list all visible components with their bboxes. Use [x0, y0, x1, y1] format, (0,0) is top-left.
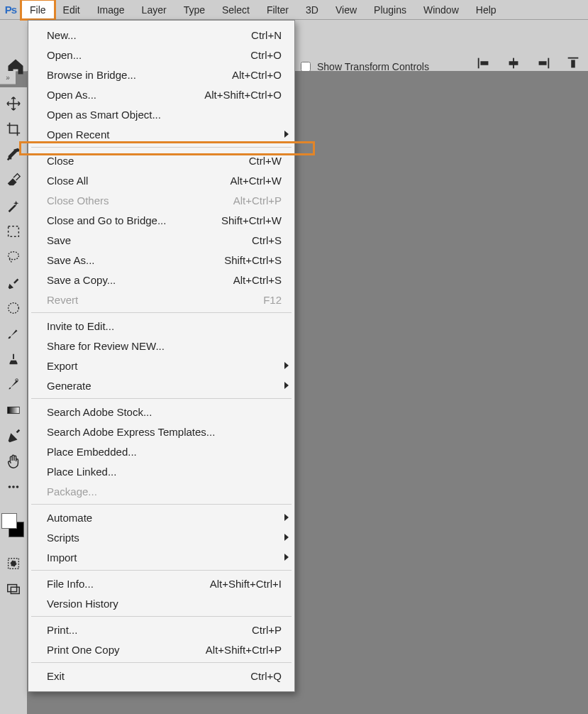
- menu-window[interactable]: Window: [415, 0, 467, 19]
- menu-item-shortcut: Alt+Shift+Ctrl+I: [210, 578, 282, 590]
- align-right-icon[interactable]: [536, 55, 551, 71]
- menu-separator: [31, 616, 292, 617]
- menu-separator: [31, 570, 292, 571]
- menu-layer[interactable]: Layer: [133, 0, 175, 19]
- healing-brush-tool[interactable]: [1, 270, 26, 295]
- eraser-tool[interactable]: [1, 168, 26, 192]
- menu-type[interactable]: Type: [175, 0, 213, 19]
- file-menu-close[interactable]: CloseCtrl+W: [28, 150, 294, 170]
- file-menu-file-info[interactable]: File Info...Alt+Shift+Ctrl+I: [28, 573, 294, 593]
- menu-item-label: Print One Copy: [47, 644, 120, 656]
- menu-file[interactable]: File: [21, 0, 55, 19]
- file-menu-revert: RevertF12: [28, 290, 294, 309]
- tools-toolbar: [0, 87, 28, 714]
- quick-mask-tool[interactable]: [1, 551, 26, 576]
- app-logo: Ps: [0, 0, 21, 19]
- menu-item-shortcut: Alt+Shift+Ctrl+O: [204, 89, 282, 101]
- file-menu-save-a-copy[interactable]: Save a Copy...Alt+Ctrl+S: [28, 270, 294, 290]
- menu-image[interactable]: Image: [89, 0, 133, 19]
- screen-mode-tool[interactable]: [1, 577, 26, 601]
- file-menu-automate[interactable]: Automate: [28, 507, 294, 527]
- menu-item-label: Search Adobe Stock...: [47, 406, 152, 418]
- paint-brush-tool[interactable]: [1, 322, 26, 346]
- gradient-tool[interactable]: [1, 398, 26, 422]
- file-menu-place-embedded[interactable]: Place Embedded...: [28, 441, 294, 461]
- menubar: Ps File Edit Image Layer Type Select Fil…: [0, 0, 588, 20]
- submenu-arrow-icon: [284, 362, 289, 369]
- menu-item-label: Scripts: [47, 532, 79, 544]
- file-menu-close-all[interactable]: Close AllAlt+Ctrl+W: [28, 170, 294, 190]
- file-menu-share-for-review-new[interactable]: Share for Review NEW...: [28, 336, 294, 356]
- file-menu-invite-to-edit[interactable]: Invite to Edit...: [28, 316, 294, 336]
- marquee-tool[interactable]: [1, 219, 26, 243]
- menu-item-label: Open As...: [47, 89, 96, 101]
- file-menu-scripts[interactable]: Scripts: [28, 527, 294, 547]
- svg-rect-7: [571, 60, 575, 67]
- file-menu-open-as-smart-object[interactable]: Open as Smart Object...: [28, 104, 294, 124]
- file-menu-search-adobe-stock[interactable]: Search Adobe Stock...: [28, 402, 294, 422]
- svg-rect-19: [11, 587, 19, 593]
- file-menu-import[interactable]: Import: [28, 547, 294, 567]
- align-left-icon[interactable]: [476, 55, 492, 71]
- align-hcenter-icon[interactable]: [506, 55, 521, 71]
- menu-item-label: Browse in Bridge...: [47, 69, 136, 81]
- clone-stamp-tool[interactable]: [1, 347, 26, 371]
- svg-point-9: [9, 252, 19, 260]
- menu-item-label: Share for Review NEW...: [47, 340, 165, 352]
- menu-item-label: File Info...: [47, 578, 94, 590]
- file-menu-save-as[interactable]: Save As...Shift+Ctrl+S: [28, 250, 294, 270]
- menu-item-shortcut: Alt+Ctrl+S: [233, 274, 282, 286]
- menu-filter[interactable]: Filter: [258, 0, 297, 19]
- foreground-color-swatch[interactable]: [1, 513, 17, 529]
- patch-tool[interactable]: [1, 296, 26, 320]
- hand-tool[interactable]: [1, 449, 26, 473]
- file-menu-version-history[interactable]: Version History: [28, 593, 294, 613]
- crop-tool[interactable]: [1, 117, 26, 141]
- file-menu-generate[interactable]: Generate: [28, 375, 294, 395]
- menu-select[interactable]: Select: [213, 0, 258, 19]
- menu-item-shortcut: Shift+Ctrl+S: [224, 254, 282, 266]
- more-tools[interactable]: [1, 475, 26, 499]
- menu-plugins[interactable]: Plugins: [365, 0, 415, 19]
- menu-edit[interactable]: Edit: [55, 0, 89, 19]
- show-transform-controls-input[interactable]: [301, 62, 311, 72]
- file-menu-exit[interactable]: ExitCtrl+Q: [28, 666, 294, 686]
- file-menu-open-as[interactable]: Open As...Alt+Shift+Ctrl+O: [28, 84, 294, 104]
- file-menu-search-adobe-express-templates[interactable]: Search Adobe Express Templates...: [28, 422, 294, 441]
- file-menu-package: Package...: [28, 481, 294, 501]
- file-menu-save[interactable]: SaveCtrl+S: [28, 230, 294, 250]
- lasso-tool[interactable]: [1, 245, 26, 269]
- file-menu-print-one-copy[interactable]: Print One CopyAlt+Shift+Ctrl+P: [28, 639, 294, 659]
- menu-item-label: Place Linked...: [47, 466, 116, 478]
- file-menu-open-recent[interactable]: Open Recent: [28, 124, 294, 144]
- file-menu-print[interactable]: Print...Ctrl+P: [28, 620, 294, 639]
- menu-3d[interactable]: 3D: [297, 0, 327, 19]
- menu-item-shortcut: Ctrl+S: [252, 234, 282, 246]
- file-menu-place-linked[interactable]: Place Linked...: [28, 461, 294, 481]
- file-menu-close-and-go-to-bridge[interactable]: Close and Go to Bridge...Shift+Ctrl+W: [28, 210, 294, 230]
- menu-item-label: Search Adobe Express Templates...: [47, 426, 215, 438]
- menu-item-label: Close All: [47, 175, 88, 187]
- file-menu-export[interactable]: Export: [28, 356, 294, 375]
- menu-item-label: New...: [47, 29, 77, 41]
- menu-item-label: Close: [47, 155, 74, 167]
- pen-tool[interactable]: [1, 424, 26, 448]
- menu-item-label: Close Others: [47, 194, 109, 207]
- history-brush-tool[interactable]: [1, 373, 26, 397]
- eyedropper-tool[interactable]: [1, 143, 26, 167]
- file-menu-browse-in-bridge[interactable]: Browse in Bridge...Alt+Ctrl+O: [28, 65, 294, 84]
- menu-item-label: Automate: [47, 512, 92, 524]
- menu-separator: [31, 147, 292, 148]
- move-tool[interactable]: [1, 92, 26, 116]
- submenu-arrow-icon: [284, 514, 289, 521]
- panel-expand-toggle[interactable]: »: [0, 71, 16, 84]
- menu-help[interactable]: Help: [467, 0, 505, 19]
- magic-wand-tool[interactable]: [1, 194, 26, 218]
- file-menu-new[interactable]: New...Ctrl+N: [28, 25, 294, 45]
- menu-item-shortcut: Ctrl+Q: [250, 670, 282, 682]
- color-swatches[interactable]: [1, 512, 26, 540]
- menu-item-shortcut: Ctrl+W: [249, 155, 282, 167]
- align-top-icon[interactable]: [565, 55, 581, 71]
- file-menu-open[interactable]: Open...Ctrl+O: [28, 45, 294, 65]
- menu-view[interactable]: View: [327, 0, 365, 19]
